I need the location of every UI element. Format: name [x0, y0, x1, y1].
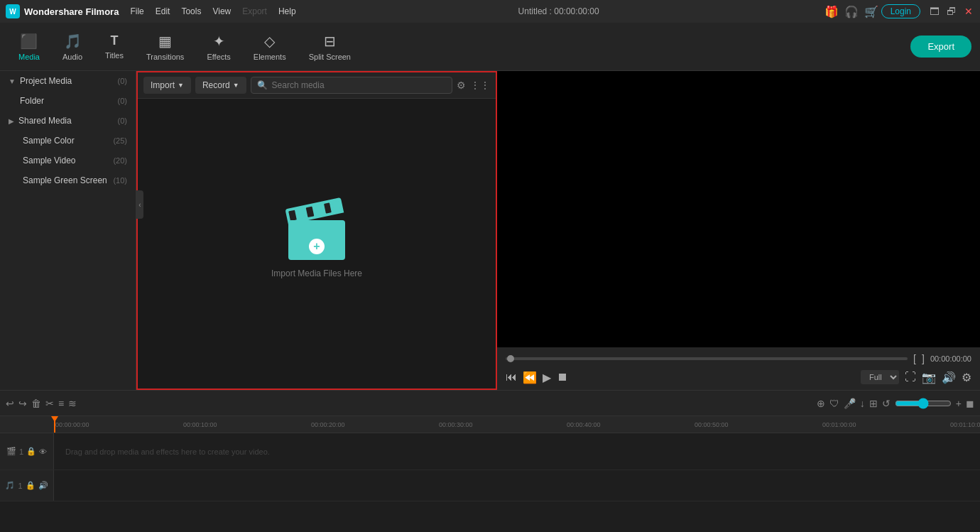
- snap-button[interactable]: ⊕: [817, 398, 825, 409]
- in-point-bracket[interactable]: [: [913, 353, 916, 364]
- preview-controls: [ ] 00:00:00:00 ⏮ ⏪ ▶ ⏹ Full 1/2 1/4 ⛶ 📷…: [497, 347, 980, 390]
- sample-color-count: (25): [113, 136, 127, 145]
- mic-button[interactable]: 🎤: [844, 398, 856, 409]
- screenshot-button[interactable]: 📷: [922, 371, 936, 384]
- login-button[interactable]: Login: [881, 4, 920, 18]
- undo-button[interactable]: ↩: [6, 398, 14, 409]
- media-drop-area[interactable]: + Import Media Files Here: [138, 99, 496, 389]
- zoom-in-button[interactable]: +: [956, 398, 962, 409]
- search-input[interactable]: [272, 80, 446, 90]
- preview-area: [497, 71, 980, 347]
- close-icon[interactable]: ✕: [963, 6, 974, 17]
- shared-media-count: (0): [118, 116, 127, 125]
- menu-edit[interactable]: Edit: [156, 6, 170, 16]
- mark-button[interactable]: ◼: [966, 398, 974, 409]
- timeline: ↩ ↪ 🗑 ✂ ≡ ≋ ⊕ 🛡 🎤 ↓ ⊞ ↺ + ◼ 00:00:00:00 …: [0, 390, 980, 532]
- export-button[interactable]: Export: [910, 36, 971, 58]
- shield-button[interactable]: 🛡: [829, 398, 839, 409]
- toolbar-titles[interactable]: T Titles: [95, 29, 134, 64]
- sidebar-item-folder[interactable]: Folder (0): [0, 91, 136, 111]
- eye-icon[interactable]: 👁: [39, 447, 47, 456]
- playhead: [54, 416, 55, 433]
- search-box[interactable]: 🔍: [251, 77, 452, 94]
- adjust-button[interactable]: ≡: [58, 398, 64, 409]
- toolbar-effects[interactable]: ✦ Effects: [197, 28, 240, 65]
- ruler-mark-7: 00:01:10:00: [949, 421, 980, 428]
- sidebar-item-sample-green-screen[interactable]: Sample Green Screen (10): [0, 170, 136, 190]
- fullscreen-button[interactable]: ⛶: [905, 371, 916, 384]
- audio-lock-icon[interactable]: 🔒: [26, 481, 36, 490]
- main-toolbar: ⬛ Media 🎵 Audio T Titles ▦ Transitions ✦…: [0, 23, 980, 71]
- search-icon: 🔍: [257, 80, 268, 90]
- split-screen-icon: ⊟: [324, 33, 336, 50]
- maximize-icon[interactable]: 🗗: [946, 6, 957, 17]
- toolbar-audio[interactable]: 🎵 Audio: [53, 28, 92, 65]
- import-button[interactable]: Import ▼: [143, 77, 191, 94]
- volume-button[interactable]: 🔊: [942, 371, 956, 384]
- ripple-button[interactable]: ≋: [68, 398, 77, 409]
- gift-icon[interactable]: 🎁: [824, 5, 839, 18]
- play-button[interactable]: ▶: [543, 371, 551, 384]
- track-settings-button[interactable]: ⊞: [869, 398, 878, 409]
- settings-button[interactable]: ⚙: [962, 371, 971, 384]
- sidebar-item-shared-media[interactable]: ▶ Shared Media (0): [0, 111, 136, 131]
- titles-icon: T: [111, 33, 119, 48]
- menu-file[interactable]: File: [130, 6, 143, 16]
- menu-help[interactable]: Help: [278, 6, 296, 16]
- cut-button[interactable]: ✂: [45, 398, 54, 409]
- transitions-label: Transitions: [146, 53, 184, 61]
- record-button[interactable]: Record ▼: [195, 77, 246, 94]
- audio-track-body[interactable]: [54, 470, 980, 501]
- filter-icon[interactable]: ⚙: [457, 80, 466, 91]
- effects-label: Effects: [207, 53, 230, 61]
- seeker-bar[interactable]: [506, 357, 908, 360]
- video-track-body[interactable]: Drag and drop media and effects here to …: [54, 433, 980, 469]
- ruler-mark-1: 00:00:10:00: [182, 421, 310, 428]
- menu-bar: File Edit Tools View Export Help: [130, 6, 295, 16]
- toolbar-media[interactable]: ⬛ Media: [9, 28, 50, 65]
- loop-button[interactable]: ↺: [882, 398, 891, 409]
- main-area: ▼ Project Media (0) Folder (0) ▶ Shared …: [0, 71, 980, 390]
- folder-label: Folder: [20, 96, 115, 106]
- zoom-slider[interactable]: [895, 398, 952, 409]
- seeker-dot[interactable]: [507, 355, 514, 362]
- record-label: Record: [202, 80, 230, 90]
- out-point-bracket[interactable]: ]: [922, 353, 925, 364]
- preview-seeker: [ ] 00:00:00:00: [506, 350, 971, 367]
- redo-button[interactable]: ↪: [18, 398, 27, 409]
- audio-track-header: 🎵 1 🔒 🔊: [0, 470, 54, 501]
- audio-mute-icon[interactable]: 🔊: [38, 481, 48, 490]
- toolbar-transitions[interactable]: ▦ Transitions: [136, 28, 194, 65]
- delete-button[interactable]: 🗑: [31, 398, 41, 409]
- toolbar-elements[interactable]: ◇ Elements: [244, 28, 296, 65]
- ruler-marks: 00:00:00:00 00:00:10:00 00:00:20:00 00:0…: [54, 421, 980, 428]
- minimize-icon[interactable]: 🗖: [929, 6, 940, 17]
- menu-view[interactable]: View: [212, 6, 231, 16]
- step-back-button[interactable]: ⏮: [506, 371, 517, 384]
- menu-tools[interactable]: Tools: [181, 6, 201, 16]
- frame-back-button[interactable]: ⏪: [523, 371, 537, 384]
- headset-icon[interactable]: 🎧: [844, 5, 859, 18]
- import-label: Import: [151, 80, 175, 90]
- elements-label: Elements: [254, 53, 286, 61]
- sidebar-item-sample-color[interactable]: Sample Color (25): [0, 131, 136, 151]
- import-hint-text: Import Media Files Here: [271, 268, 362, 278]
- app-logo: W Wondershare Filmora: [6, 4, 119, 18]
- sidebar-item-project-media[interactable]: ▼ Project Media (0): [0, 71, 136, 91]
- video-track-header: 🎬 1 🔒 👁: [0, 433, 54, 469]
- window-title: Untitled : 00:00:00:00: [296, 6, 822, 16]
- tracks: 🎬 1 🔒 👁 Drag and drop media and effects …: [0, 433, 980, 532]
- grid-icon[interactable]: ⋮⋮: [470, 80, 490, 91]
- stop-button[interactable]: ⏹: [557, 371, 568, 384]
- lock-icon[interactable]: 🔒: [26, 447, 36, 456]
- video-track-hint: Drag and drop media and effects here to …: [65, 447, 270, 456]
- import-dropdown-arrow-icon: ▼: [178, 82, 184, 89]
- menu-export[interactable]: Export: [242, 6, 267, 16]
- sidebar-item-sample-video[interactable]: Sample Video (20): [0, 151, 136, 170]
- left-panel: ▼ Project Media (0) Folder (0) ▶ Shared …: [0, 71, 136, 390]
- quality-select[interactable]: Full 1/2 1/4: [861, 370, 899, 384]
- toolbar-split-screen[interactable]: ⊟ Split Screen: [299, 28, 361, 65]
- video-track-number: 1: [19, 447, 23, 456]
- cart-icon[interactable]: 🛒: [864, 5, 878, 18]
- import-track-button[interactable]: ↓: [860, 398, 865, 409]
